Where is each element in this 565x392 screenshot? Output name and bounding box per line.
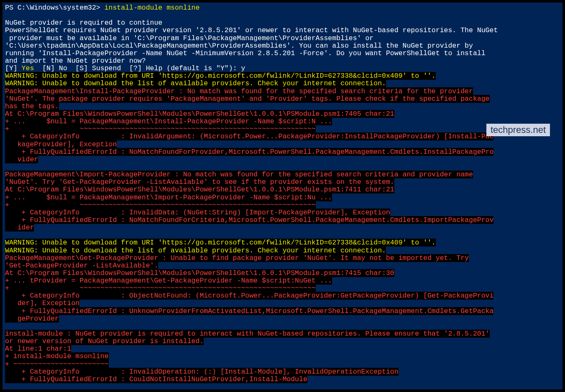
error-line: 'NuGet'. Try 'Get-PackageProvider -ListA… xyxy=(5,178,560,186)
error-line: + FullyQualifiedErrorId : UnknownProvide… xyxy=(5,308,560,315)
error-line: vider xyxy=(5,156,560,163)
error-line: or newer version of NuGet provider is in… xyxy=(5,338,560,345)
prompt-line: PS C:\Windows\system32> install-module m… xyxy=(5,4,560,12)
error-line: + CategoryInfo : InvalidData: (NuGet:Str… xyxy=(5,209,560,216)
error-line: kageProvider], Exception xyxy=(5,141,560,148)
nuget-body: running 'Install-PackageProvider -Name N… xyxy=(5,50,560,57)
error-line: PackageManagement\Get-PackageProvider : … xyxy=(5,255,560,262)
error-line: + ~~~~~~~~~~~~~~~~~~~~~~~~~~~~~~~~~~~~~~… xyxy=(5,201,560,209)
error-line: 'NuGet'. The package provider requires '… xyxy=(5,95,560,103)
error-line: At C:\Program Files\WindowsPowerShell\Mo… xyxy=(5,270,560,277)
error-line: + ~~~~~~~~~~~~~~~~~~~~~~~ xyxy=(5,361,560,368)
error-line: + ~~~~~~~~~~~~~~~~~~~~~~~~~~~~~~~~~~~~~~… xyxy=(5,125,560,133)
nuget-body: 'C:\Users\tpadmin\AppData\Local\PackageM… xyxy=(5,42,560,50)
error-line: + CategoryInfo : InvalidArgument: (Micro… xyxy=(5,133,560,140)
nuget-body: PowerShellGet requires NuGet provider ve… xyxy=(5,27,560,34)
powershell-terminal[interactable]: PS C:\Windows\system32> install-module m… xyxy=(2,2,563,390)
error-line: install-module : NuGet provider is requi… xyxy=(5,330,560,338)
error-line: 'Get-PackageProvider -ListAvailable'. xyxy=(5,262,560,270)
blank-line xyxy=(5,323,560,330)
error-line: PackageManagement\Install-PackageProvide… xyxy=(5,88,560,95)
nuget-body: provider must be available in 'C:\Progra… xyxy=(5,35,560,42)
error-line: + ~~~~~~~~~~~~~~~~~~~~~~~~~~~~~~~~~~~~~~… xyxy=(5,285,560,292)
error-line: + CategoryInfo : InvalidOperation: (:) [… xyxy=(5,368,560,376)
error-line: At line:1 char:1 xyxy=(5,345,560,353)
blank-line xyxy=(5,12,560,19)
warning-line: WARNING: Unable to download from URI 'ht… xyxy=(5,239,560,247)
error-line: has the tags. xyxy=(5,103,560,110)
error-line: geProvider xyxy=(5,315,560,323)
error-line: PackageManagement\Import-PackageProvider… xyxy=(5,171,560,178)
error-line: + install-module msonline xyxy=(5,353,560,360)
error-line: + FullyQualifiedErrorId : NoMatchFoundFo… xyxy=(5,216,560,224)
prompt-prefix: PS C:\Windows\system32> xyxy=(5,4,105,12)
nuget-header: NuGet provider is required to continue xyxy=(5,19,560,27)
warning-line: WARNING: Unable to download from URI 'ht… xyxy=(5,72,560,80)
warning-line: WARNING: Unable to download the list of … xyxy=(5,247,560,255)
error-line: + FullyQualifiedErrorId : CouldNotInstal… xyxy=(5,376,560,383)
error-line: + ... $null = PackageManagement\Install-… xyxy=(5,118,560,125)
error-line: ider xyxy=(5,224,560,232)
user-input: y xyxy=(241,64,245,72)
nuget-body: and import the NuGet provider now? xyxy=(5,57,560,65)
error-line: der], Exception xyxy=(5,300,560,307)
warning-line: WARNING: Unable to download the list of … xyxy=(5,80,560,87)
error-line: + FullyQualifiedErrorId : NoMatchFoundFo… xyxy=(5,148,560,156)
error-line: At C:\Program Files\WindowsPowerShell\Mo… xyxy=(5,186,560,193)
error-line: At C:\Program Files\WindowsPowerShell\Mo… xyxy=(5,110,560,118)
watermark-label: techpress.net xyxy=(486,124,550,136)
command-text: install-module msonline xyxy=(105,4,200,12)
blank-line xyxy=(5,163,560,171)
error-line: + ... tProvider = PackageManagement\Get-… xyxy=(5,277,560,285)
error-line: + CategoryInfo : ObjectNotFound: (Micros… xyxy=(5,292,560,300)
error-line: + ... $null = PackageManagement\Import-P… xyxy=(5,194,560,201)
blank-line xyxy=(5,232,560,239)
prompt-options: [Y] Yes [N] No [S] Suspend [?] Help (def… xyxy=(5,65,560,72)
